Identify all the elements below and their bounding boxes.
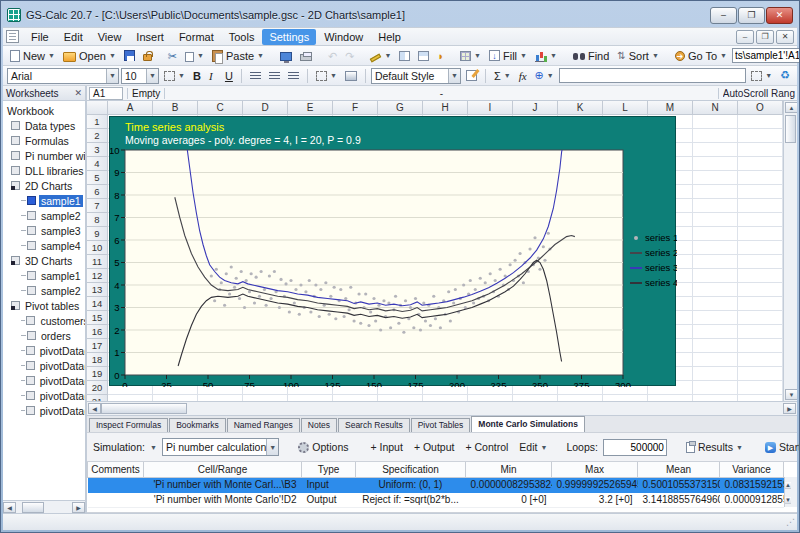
style-combo[interactable]: Default Style▼	[371, 68, 461, 84]
tree-item-formulas[interactable]: Formulas	[3, 133, 85, 148]
tree-item-orders[interactable]: orders	[3, 328, 85, 343]
tree-item-pivotdata-2[interactable]: pivotData(2)	[3, 358, 85, 373]
grid-vscrollbar[interactable]: ▲ ▼	[783, 101, 797, 401]
insert-name-button[interactable]: ⊕▼	[532, 68, 557, 83]
close-button[interactable]: ✕	[766, 7, 793, 24]
grid-hscrollbar[interactable]: ◀ ▶	[87, 401, 797, 415]
column-header-f[interactable]: F	[333, 101, 378, 115]
row-header-13[interactable]: 13	[87, 283, 108, 297]
chart-object[interactable]: 0123456789100255075100125150175200225250…	[109, 116, 676, 386]
bold-button[interactable]: B	[190, 69, 204, 83]
goto-address-input[interactable]	[732, 48, 800, 63]
row-header-18[interactable]: 18	[87, 353, 108, 367]
tab-named-ranges[interactable]: Named Ranges	[227, 418, 300, 432]
column-header-h[interactable]: H	[423, 101, 468, 115]
font-color-button[interactable]: ▼	[161, 69, 188, 82]
find-button[interactable]: Find	[570, 49, 612, 63]
freeze-button[interactable]: ◗	[434, 49, 447, 63]
tree-item-2d-charts[interactable]: 2D Charts	[3, 178, 85, 193]
column-header-g[interactable]: G	[378, 101, 423, 115]
formula-bar-input[interactable]	[559, 68, 746, 83]
tab-notes[interactable]: Notes	[301, 418, 337, 432]
tree-item-3d-charts[interactable]: 3D Charts	[3, 253, 85, 268]
scroll-right-icon[interactable]: ▶	[783, 403, 796, 414]
tab-pivot-tables[interactable]: Pivot Tables	[411, 418, 471, 432]
mdi-close-button[interactable]: ✕	[776, 30, 794, 44]
autoscroll-range-label[interactable]: AutoScroll Rang	[723, 88, 797, 99]
column-header-l[interactable]: L	[603, 101, 648, 115]
redo-button[interactable]: ↷	[342, 49, 357, 63]
menu-view[interactable]: View	[91, 29, 129, 45]
loops-input[interactable]	[603, 439, 667, 456]
column-header-k[interactable]: K	[558, 101, 603, 115]
tree-item-sample1[interactable]: sample1	[3, 193, 85, 208]
scroll-thumb[interactable]	[101, 403, 187, 414]
col-mean[interactable]: Mean	[638, 462, 720, 477]
lock-button[interactable]	[140, 49, 155, 62]
split-horizontal-button[interactable]	[415, 49, 432, 62]
col-min[interactable]: Min	[466, 462, 552, 477]
row-header-16[interactable]: 16	[87, 325, 108, 339]
minimize-button[interactable]: –	[710, 7, 737, 24]
new-button[interactable]: New▼	[7, 49, 58, 63]
col-max[interactable]: Max	[552, 462, 638, 477]
table-vscrollbar[interactable]: ▲ ▼	[784, 477, 797, 507]
tree-item-pivot-tables[interactable]: Pivot tables	[3, 298, 85, 313]
recalculate-button[interactable]: ♻	[777, 68, 793, 83]
fill-button[interactable]: ↓Fill▼	[486, 49, 530, 63]
tree-item-pivotdata-1[interactable]: pivotData(1)	[3, 343, 85, 358]
row-header-3[interactable]: 3	[87, 143, 108, 157]
col-type[interactable]: Type	[302, 462, 356, 477]
align-right-button[interactable]	[285, 69, 302, 82]
column-header-m[interactable]: M	[648, 101, 693, 115]
row-header-10[interactable]: 10	[87, 241, 108, 255]
split-vertical-button[interactable]	[396, 49, 413, 62]
row-header-8[interactable]: 8	[87, 213, 108, 227]
formula-options-button[interactable]: ▼	[748, 69, 775, 82]
column-header-a[interactable]: A	[108, 101, 153, 115]
font-size-combo[interactable]: 10▼	[121, 68, 159, 84]
tree-item-pi-number-with-m[interactable]: Pi number with M	[3, 148, 85, 163]
row-header-1[interactable]: 1	[87, 115, 108, 129]
save-button[interactable]	[121, 49, 138, 62]
maximize-button[interactable]: ❐	[738, 7, 765, 24]
row-header-15[interactable]: 15	[87, 311, 108, 325]
row-header-5[interactable]: 5	[87, 171, 108, 185]
cell-reference-box[interactable]: A1	[89, 87, 123, 100]
row-header-20[interactable]: 20	[87, 381, 108, 395]
row-header-14[interactable]: 14	[87, 297, 108, 311]
tree-item-sample4[interactable]: sample4	[3, 238, 85, 253]
column-header-e[interactable]: E	[288, 101, 333, 115]
scroll-thumb[interactable]	[785, 115, 796, 143]
resize-grip-icon[interactable]: ⋰	[786, 517, 795, 527]
edit-style-button[interactable]	[463, 69, 480, 82]
tab-search-results[interactable]: Search Results	[338, 418, 410, 432]
insert-chart-button[interactable]: ▼	[532, 49, 560, 62]
align-center-button[interactable]	[266, 69, 283, 82]
row-header-4[interactable]: 4	[87, 157, 108, 171]
panel-close-icon[interactable]: ✕	[74, 88, 82, 98]
column-header-c[interactable]: C	[198, 101, 243, 115]
tree-item-customers[interactable]: customers	[3, 313, 85, 328]
row-header-9[interactable]: 9	[87, 227, 108, 241]
table-row-2[interactable]: 'Pi number with Monte Carlo'!D2OutputRej…	[88, 492, 784, 507]
scroll-down-icon[interactable]: ▼	[785, 389, 797, 400]
simulation-label-caret[interactable]: ▼	[150, 444, 157, 451]
options-button[interactable]: Options	[295, 440, 351, 454]
tab-bookmarks[interactable]: Bookmarks	[169, 418, 226, 432]
underline-button[interactable]: U	[222, 69, 236, 83]
align-left-button[interactable]	[247, 69, 264, 82]
font-combo[interactable]: Arial▼	[7, 68, 119, 84]
scroll-left-icon[interactable]: ◀	[3, 502, 16, 513]
menu-help[interactable]: Help	[371, 29, 408, 45]
column-header-d[interactable]: D	[243, 101, 288, 115]
start-button[interactable]: ▶Start▼	[762, 440, 800, 454]
col-cell-range[interactable]: Cell/Range	[144, 462, 302, 477]
scroll-left-icon[interactable]: ◀	[88, 403, 101, 414]
column-header-n[interactable]: N	[693, 101, 738, 115]
shading-button[interactable]	[342, 69, 360, 82]
results-button[interactable]: Results▼	[683, 440, 746, 454]
simulation-combo[interactable]: Pi number calculation▼	[162, 438, 279, 456]
scroll-down-icon[interactable]: ▼	[785, 497, 791, 504]
tree-item-data-types[interactable]: Data types	[3, 118, 85, 133]
